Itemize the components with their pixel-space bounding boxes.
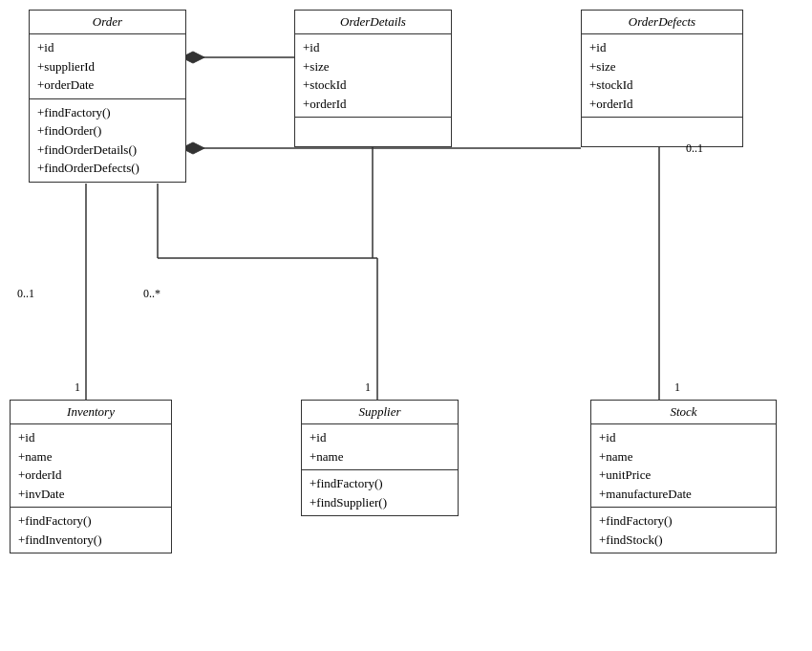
supplier-title: Supplier (302, 401, 458, 424)
inventory-title: Inventory (11, 401, 171, 424)
order-attrs: +id +supplierId +orderDate (30, 34, 185, 99)
mult-order-inventory-top: 0..1 (17, 287, 34, 301)
inventory-methods: +findFactory() +findInventory() (11, 508, 171, 553)
order-methods: +findFactory() +findOrder() +findOrderDe… (30, 99, 185, 182)
order-title: Order (30, 11, 185, 34)
orderdefects-class: OrderDefects +id +size +stockId +orderId (581, 10, 743, 147)
mult-stock-bottom: 1 (674, 380, 680, 395)
inventory-class: Inventory +id +name +orderId +invDate +f… (10, 400, 172, 553)
inventory-attrs: +id +name +orderId +invDate (11, 424, 171, 508)
orderdetails-methods (295, 118, 451, 146)
stock-title: Stock (591, 401, 776, 424)
supplier-methods: +findFactory() +findSupplier() (302, 470, 458, 515)
orderdefects-attrs: +id +size +stockId +orderId (582, 34, 742, 118)
orderdefects-title: OrderDefects (582, 11, 742, 34)
orderdetails-title: OrderDetails (295, 11, 451, 34)
stock-methods: +findFactory() +findStock() (591, 508, 776, 553)
mult-orderdefects-top: 0..1 (686, 141, 703, 156)
supplier-attrs: +id +name (302, 424, 458, 470)
mult-inventory-bottom: 1 (75, 380, 80, 395)
stock-attrs: +id +name +unitPrice +manufactureDate (591, 424, 776, 508)
uml-diagram: Order +id +supplierId +orderDate +findFa… (0, 0, 812, 651)
orderdetails-attrs: +id +size +stockId +orderId (295, 34, 451, 118)
orderdetails-class: OrderDetails +id +size +stockId +orderId (294, 10, 452, 147)
mult-supplier-bottom: 1 (365, 380, 371, 395)
stock-class: Stock +id +name +unitPrice +manufactureD… (590, 400, 777, 553)
supplier-class: Supplier +id +name +findFactory() +findS… (301, 400, 459, 516)
mult-order-supplier-top: 0..* (143, 287, 160, 301)
order-class: Order +id +supplierId +orderDate +findFa… (29, 10, 186, 183)
orderdefects-methods (582, 118, 742, 146)
